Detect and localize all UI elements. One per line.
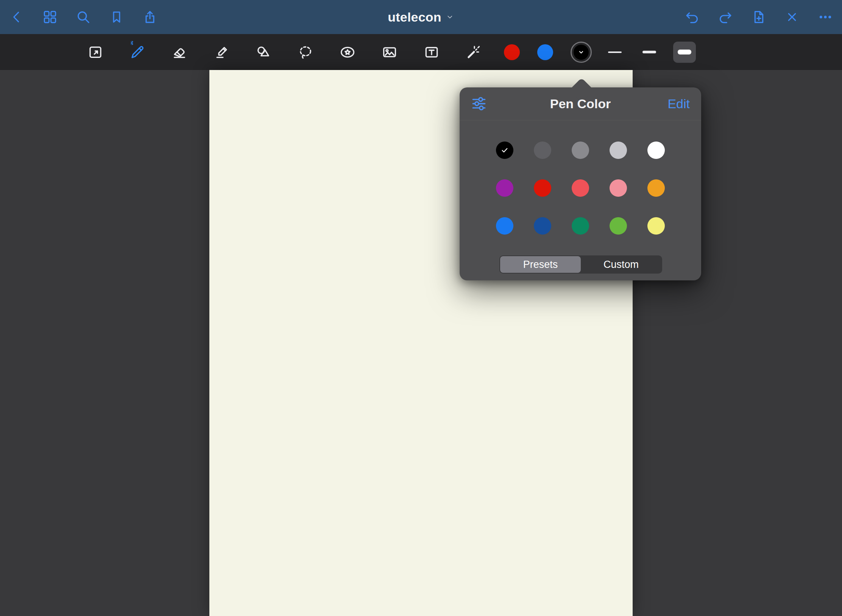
thick-stroke-icon (678, 50, 691, 54)
quick-color-black-selected[interactable] (571, 42, 592, 63)
sticker-star-icon (340, 44, 356, 60)
sliders-icon (471, 96, 487, 112)
close-button[interactable] (781, 6, 803, 28)
highlighter-icon (214, 44, 229, 60)
quick-color-red[interactable] (504, 44, 520, 60)
back-icon (9, 9, 24, 25)
popover-title: Pen Color (460, 96, 701, 111)
color-swatch-green[interactable] (610, 217, 627, 235)
pen-icon (129, 44, 145, 60)
popover-header: Pen Color Edit (460, 87, 701, 120)
pen-tool[interactable] (127, 42, 148, 63)
thin-stroke-icon (608, 51, 622, 53)
stroke-thick-button[interactable] (673, 42, 696, 63)
color-swatch-white[interactable] (647, 142, 665, 159)
document-title-button[interactable]: utelecon (385, 9, 456, 25)
elements-tool[interactable] (337, 42, 358, 63)
presets-custom-segmented-control: Presets Custom (499, 255, 662, 274)
back-button[interactable] (6, 6, 27, 28)
quick-color-group (504, 42, 592, 63)
color-swatch-gray[interactable] (572, 142, 589, 159)
page-layout-icon (87, 44, 103, 60)
highlighter-tool[interactable] (211, 42, 232, 63)
bluetooth-icon (129, 40, 135, 46)
add-page-button[interactable] (748, 6, 769, 28)
top-navigation-bar: utelecon (0, 0, 842, 34)
color-swatch-purple[interactable] (496, 179, 513, 197)
add-page-icon (751, 9, 766, 25)
pen-settings-button[interactable] (471, 96, 487, 112)
lasso-tool[interactable] (295, 42, 316, 63)
page-layout-tool[interactable] (85, 42, 106, 63)
laser-pointer-tool[interactable] (463, 42, 484, 63)
color-swatch-black-selected[interactable] (496, 142, 513, 159)
redo-icon (718, 9, 733, 25)
drawing-toolbar (0, 34, 842, 70)
bookmark-icon (109, 10, 124, 24)
search-icon (76, 9, 91, 25)
undo-icon (685, 9, 700, 25)
topbar-left-group (6, 6, 161, 28)
tool-group (85, 42, 484, 63)
color-swatch-darkgray[interactable] (534, 142, 551, 159)
color-swatch-orange[interactable] (647, 179, 665, 197)
color-swatch-lightgray[interactable] (610, 142, 627, 159)
checkmark-icon (499, 145, 510, 156)
share-icon (142, 9, 157, 25)
color-swatch-pink[interactable] (610, 179, 627, 197)
canvas-area (0, 70, 842, 616)
close-icon (785, 10, 799, 24)
eraser-icon (172, 44, 187, 60)
laser-pointer-icon (466, 44, 482, 60)
page-thumbnails-icon (42, 9, 58, 25)
bookmark-button[interactable] (106, 6, 127, 28)
color-swatch-blue[interactable] (496, 217, 513, 235)
tab-presets[interactable]: Presets (500, 256, 581, 273)
document-title-area: utelecon (385, 0, 456, 34)
lasso-icon (298, 44, 313, 60)
redo-button[interactable] (715, 6, 736, 28)
image-icon (382, 44, 398, 60)
stroke-thin-button[interactable] (604, 42, 625, 63)
image-tool[interactable] (379, 42, 400, 63)
chevron-down-icon (576, 47, 586, 57)
medium-stroke-icon (642, 51, 656, 53)
color-swatch-navy[interactable] (534, 217, 551, 235)
shapes-tool[interactable] (253, 42, 274, 63)
shapes-icon (256, 44, 271, 60)
undo-button[interactable] (681, 6, 703, 28)
page-thumbnails-button[interactable] (39, 6, 61, 28)
text-icon (424, 44, 440, 60)
more-icon (818, 9, 833, 25)
color-swatch-coral[interactable] (572, 179, 589, 197)
tab-custom[interactable]: Custom (581, 256, 661, 273)
stroke-size-group (604, 42, 696, 63)
share-button[interactable] (139, 6, 161, 28)
text-tool[interactable] (421, 42, 442, 63)
edit-colors-button[interactable]: Edit (667, 96, 690, 111)
color-swatch-red[interactable] (534, 179, 551, 197)
selected-color-circle (574, 45, 589, 60)
quick-color-blue[interactable] (537, 44, 553, 60)
color-swatch-teal[interactable] (572, 217, 589, 235)
topbar-right-group (681, 6, 836, 28)
more-options-button[interactable] (815, 6, 836, 28)
eraser-tool[interactable] (169, 42, 190, 63)
color-swatch-grid (496, 142, 665, 235)
pen-color-popover: Pen Color Edit Presets Custom (460, 87, 701, 280)
color-swatch-yellow[interactable] (647, 217, 665, 235)
stroke-medium-button[interactable] (639, 42, 660, 63)
title-chevron-down-icon (446, 13, 454, 21)
document-title: utelecon (388, 10, 441, 25)
app-window: utelecon (0, 0, 842, 616)
search-button[interactable] (73, 6, 94, 28)
